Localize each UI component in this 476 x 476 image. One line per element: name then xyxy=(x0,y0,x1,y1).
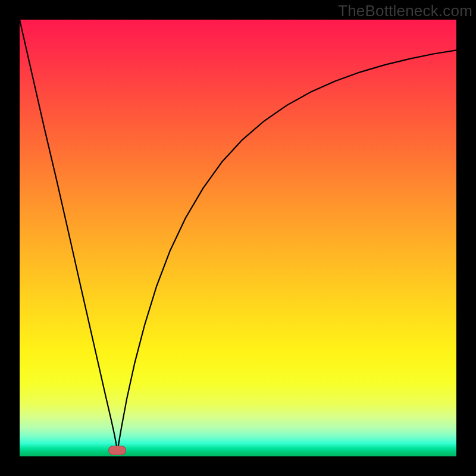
chart-stage: TheBottleneck.com xyxy=(0,0,476,476)
plot-area xyxy=(20,20,456,456)
watermark-text: TheBottleneck.com xyxy=(338,2,472,20)
optimal-point-marker xyxy=(108,446,126,455)
bottleneck-curve xyxy=(20,20,456,456)
